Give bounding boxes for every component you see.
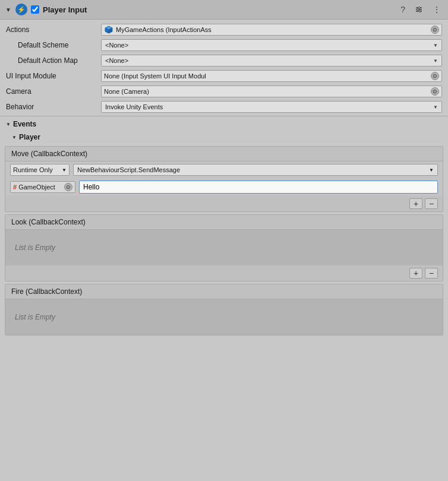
look-add-button[interactable]: + bbox=[409, 268, 422, 279]
fire-callback-title: Fire (CallbackContext) bbox=[11, 287, 82, 296]
hello-input-field[interactable] bbox=[79, 181, 438, 194]
move-callback-header: Move (CallbackContext) bbox=[5, 147, 443, 162]
svg-point-3 bbox=[419, 7, 421, 9]
behavior-row: Behavior Invoke Unity Events ▼ bbox=[0, 99, 448, 115]
camera-text: None (Camera) bbox=[104, 88, 428, 95]
fire-callback-inner: List is Empty bbox=[5, 299, 443, 335]
move-event-row: Runtime Only ▼ NewBehaviourScript.SendMe… bbox=[5, 162, 443, 178]
move-remove-button[interactable]: − bbox=[425, 198, 438, 209]
events-label: Events bbox=[13, 120, 36, 128]
default-action-map-arrow: ▼ bbox=[433, 58, 438, 64]
move-add-remove-row: + − bbox=[5, 196, 443, 211]
look-empty-text: List is Empty bbox=[15, 243, 55, 252]
collapse-arrow[interactable]: ▼ bbox=[5, 6, 12, 13]
component-header: ▼ ⚡ Player Input ? ⋮ bbox=[0, 0, 448, 20]
fire-callback-header: Fire (CallbackContext) bbox=[5, 284, 443, 299]
move-add-button[interactable]: + bbox=[409, 198, 422, 209]
events-triangle: ▼ bbox=[6, 122, 11, 127]
runtime-only-dropdown[interactable]: Runtime Only ▼ bbox=[10, 164, 70, 176]
script-dropdown-arrow: ▼ bbox=[429, 167, 434, 173]
help-button[interactable]: ? bbox=[398, 4, 408, 15]
look-remove-button[interactable]: − bbox=[425, 268, 438, 279]
default-scheme-text: <None> bbox=[105, 42, 433, 49]
look-callback-title: Look (CallbackContext) bbox=[11, 218, 86, 226]
camera-value: None (Camera) ⊙ bbox=[101, 86, 442, 97]
inspector-panel: ▼ ⚡ Player Input ? ⋮ Actions bbox=[0, 0, 448, 340]
move-callback-title: Move (CallbackContext) bbox=[11, 150, 87, 158]
camera-label: Camera bbox=[6, 87, 101, 96]
gameobject-field[interactable]: # GameObject ⊙ bbox=[10, 181, 75, 193]
more-button[interactable]: ⋮ bbox=[430, 4, 443, 15]
header-actions: ? ⋮ bbox=[398, 4, 443, 15]
fire-callback-section: Fire (CallbackContext) List is Empty bbox=[5, 284, 443, 336]
ui-input-module-value: None (Input System UI Input Modul ⊙ bbox=[101, 70, 442, 82]
default-scheme-arrow: ▼ bbox=[433, 43, 438, 48]
default-scheme-label: Default Scheme bbox=[6, 41, 101, 49]
behavior-label: Behavior bbox=[6, 103, 101, 111]
actions-picker-btn[interactable]: ⊙ bbox=[431, 26, 439, 34]
script-dropdown[interactable]: NewBehaviourScript.SendMessage ▼ bbox=[73, 164, 438, 176]
ui-input-module-field[interactable]: None (Input System UI Input Modul ⊙ bbox=[101, 70, 442, 82]
default-scheme-dropdown[interactable]: <None> ▼ bbox=[101, 39, 442, 51]
actions-text: MyGameActions (InputActionAss bbox=[116, 26, 428, 33]
behavior-value: Invoke Unity Events ▼ bbox=[101, 101, 442, 113]
runtime-only-text: Runtime Only bbox=[13, 166, 61, 173]
look-callback-inner: List is Empty + − bbox=[5, 230, 443, 281]
svg-point-5 bbox=[419, 11, 421, 12]
camera-row: Camera None (Camera) ⊙ bbox=[0, 84, 448, 99]
actions-value: MyGameActions (InputActionAss ⊙ bbox=[101, 24, 442, 36]
default-scheme-value: <None> ▼ bbox=[101, 39, 442, 51]
player-label: Player bbox=[19, 133, 40, 141]
behavior-dropdown[interactable]: Invoke Unity Events ▼ bbox=[101, 101, 442, 113]
actions-field[interactable]: MyGameActions (InputActionAss ⊙ bbox=[101, 24, 442, 36]
actions-row: Actions MyGameActions (InputActionAss ⊙ bbox=[0, 22, 448, 37]
move-callback-inner: Runtime Only ▼ NewBehaviourScript.SendMe… bbox=[5, 162, 443, 211]
cube-icon bbox=[104, 25, 113, 34]
ui-input-module-picker-btn[interactable]: ⊙ bbox=[431, 72, 439, 80]
actions-label: Actions bbox=[6, 26, 101, 34]
svg-point-4 bbox=[417, 9, 419, 11]
ui-input-module-row: UI Input Module None (Input System UI In… bbox=[0, 68, 448, 84]
runtime-dropdown-arrow: ▼ bbox=[62, 167, 67, 173]
camera-picker-btn[interactable]: ⊙ bbox=[431, 87, 439, 96]
content-area: Actions MyGameActions (InputActionAss ⊙ bbox=[0, 20, 448, 340]
default-scheme-row: Default Scheme <None> ▼ bbox=[0, 37, 448, 53]
settings-button[interactable] bbox=[412, 4, 425, 15]
move-object-row: # GameObject ⊙ bbox=[5, 178, 443, 196]
default-action-map-value: <None> ▼ bbox=[101, 55, 442, 67]
default-action-map-text: <None> bbox=[105, 57, 433, 64]
gameobject-text: GameObject bbox=[18, 183, 62, 191]
component-title: Player Input bbox=[43, 5, 395, 14]
hello-input[interactable] bbox=[83, 183, 434, 191]
ui-input-module-text: None (Input System UI Input Modul bbox=[104, 72, 428, 80]
player-triangle: ▼ bbox=[12, 135, 17, 140]
look-callback-section: Look (CallbackContext) List is Empty + − bbox=[5, 214, 443, 281]
fire-empty-text: List is Empty bbox=[15, 313, 55, 321]
behavior-text: Invoke Unity Events bbox=[105, 103, 433, 110]
default-action-map-row: Default Action Map <None> ▼ bbox=[0, 53, 448, 68]
gameobject-picker-btn[interactable]: ⊙ bbox=[64, 183, 72, 191]
hash-icon: # bbox=[13, 183, 17, 191]
fire-empty-area: List is Empty bbox=[5, 299, 443, 335]
default-action-map-label: Default Action Map bbox=[6, 56, 101, 65]
ui-input-module-label: UI Input Module bbox=[6, 72, 101, 80]
move-callback-section: Move (CallbackContext) Runtime Only ▼ Ne… bbox=[5, 146, 443, 212]
script-text: NewBehaviourScript.SendMessage bbox=[77, 166, 428, 173]
player-section-header[interactable]: ▼ Player bbox=[0, 131, 448, 144]
look-empty-area: List is Empty bbox=[5, 230, 443, 265]
look-callback-header: Look (CallbackContext) bbox=[5, 215, 443, 230]
look-add-remove-row: + − bbox=[5, 265, 443, 281]
component-enable-checkbox[interactable] bbox=[31, 5, 39, 14]
behavior-arrow: ▼ bbox=[433, 105, 438, 110]
separator-1 bbox=[0, 116, 448, 116]
events-section-header[interactable]: ▼ Events bbox=[0, 118, 448, 131]
component-icon: ⚡ bbox=[15, 4, 27, 15]
default-action-map-dropdown[interactable]: <None> ▼ bbox=[101, 55, 442, 67]
camera-field[interactable]: None (Camera) ⊙ bbox=[101, 86, 442, 97]
